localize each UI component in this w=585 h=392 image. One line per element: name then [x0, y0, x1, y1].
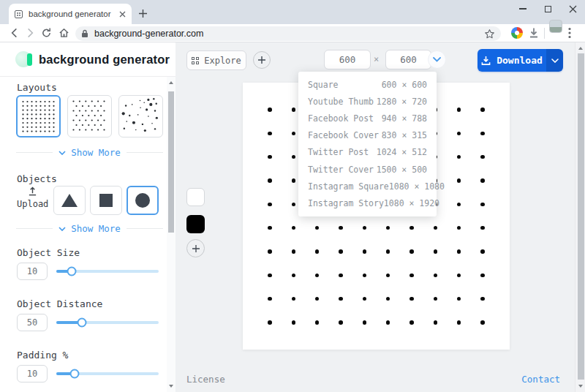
explore-label: Explore: [204, 56, 241, 66]
browser-titlebar: background generator: [0, 0, 585, 24]
profile-avatar[interactable]: [549, 20, 562, 33]
browser-menu-icon[interactable]: [568, 27, 571, 39]
license-link[interactable]: License: [186, 374, 225, 385]
pattern-dot: [434, 297, 438, 301]
scroll-up-icon[interactable]: [575, 44, 585, 53]
size-preset-menu: Square600 × 600Youtube Thumb1280 × 720Fa…: [298, 72, 437, 216]
object-distance-slider[interactable]: [56, 321, 159, 324]
scroll-up-icon[interactable]: [167, 78, 176, 87]
reload-icon[interactable]: [41, 28, 52, 39]
padding-label: Padding %: [17, 350, 68, 361]
pattern-dot: [410, 274, 414, 278]
layout-option-grid[interactable]: [16, 95, 61, 137]
pattern-dot: [315, 274, 320, 278]
minimize-button[interactable]: [510, 0, 535, 18]
pattern-dot: [480, 274, 485, 278]
browser-toolbar: background-generator.com: [0, 24, 585, 42]
pattern-dot: [292, 320, 296, 325]
pattern-dot: [386, 297, 390, 301]
size-separator: ×: [374, 54, 379, 64]
size-preset-item[interactable]: Instagram Story1080 × 1920: [298, 195, 437, 211]
pattern-dot: [457, 297, 461, 301]
swatch-white[interactable]: [186, 188, 205, 206]
padding-input[interactable]: [17, 365, 48, 382]
width-input[interactable]: [324, 50, 371, 69]
shape-option-circle[interactable]: [127, 186, 159, 215]
scroll-down-icon[interactable]: [575, 382, 585, 391]
tab-close-icon[interactable]: [119, 11, 126, 18]
extension-colorful-icon[interactable]: [511, 27, 523, 39]
upload-button[interactable]: Upload: [17, 186, 48, 209]
size-preset-chevron-button[interactable]: [428, 50, 446, 69]
shape-option-triangle[interactable]: [53, 186, 86, 215]
pattern-dot: [434, 274, 438, 278]
pattern-dot: [480, 249, 485, 254]
app-logo: background generator: [15, 50, 170, 68]
slider-handle[interactable]: [70, 369, 80, 378]
preset-label: Facebook Cover: [308, 130, 382, 140]
slider-handle[interactable]: [67, 266, 77, 276]
object-distance-input[interactable]: [17, 314, 48, 331]
size-preset-item[interactable]: Twitter Cover1500 × 500: [298, 161, 437, 178]
download-button[interactable]: Download: [478, 49, 563, 72]
preset-size: 830 × 315: [382, 130, 427, 140]
pattern-dot: [386, 274, 390, 278]
bookmark-star-icon[interactable]: [484, 29, 495, 39]
sidebar-scrollbar[interactable]: [167, 77, 176, 392]
page-scrollbar[interactable]: [575, 42, 585, 392]
contact-link[interactable]: Contact: [521, 374, 560, 385]
pattern-dot: [268, 178, 272, 183]
toolbar-divider: [544, 28, 545, 39]
address-bar[interactable]: background-generator.com: [75, 26, 501, 41]
size-preset-item[interactable]: Facebook Post940 × 788: [298, 110, 437, 127]
preset-size: 940 × 788: [382, 113, 427, 124]
pattern-dot: [268, 226, 272, 230]
close-button[interactable]: [560, 0, 585, 18]
height-input[interactable]: [385, 50, 431, 69]
scrollbar-thumb[interactable]: [578, 53, 584, 380]
pattern-dot: [457, 155, 461, 159]
padding-slider[interactable]: [56, 372, 159, 375]
browser-tab[interactable]: background generator: [9, 4, 132, 24]
pattern-dot: [386, 226, 390, 230]
slider-handle[interactable]: [78, 317, 87, 327]
pattern-dot: [268, 155, 272, 159]
add-button[interactable]: [253, 51, 271, 69]
preset-label: Instagram Square: [308, 181, 389, 192]
explore-button[interactable]: Explore: [186, 50, 246, 70]
pattern-dot: [292, 155, 296, 159]
download-options-chevron[interactable]: [546, 49, 563, 72]
scrollbar-thumb[interactable]: [168, 91, 174, 233]
scroll-down-icon[interactable]: [167, 382, 176, 391]
objects-show-more[interactable]: Show More: [16, 223, 163, 234]
forward-icon[interactable]: [25, 28, 36, 39]
size-preset-item[interactable]: Youtube Thumb1280 × 720: [298, 93, 437, 110]
layout-option-random[interactable]: [118, 95, 163, 137]
add-color-button[interactable]: [186, 239, 205, 257]
layouts-show-more[interactable]: Show More: [16, 147, 163, 158]
new-tab-button[interactable]: [136, 7, 149, 20]
size-preset-item[interactable]: Twitter Post1024 × 512: [298, 144, 437, 161]
pattern-dot: [268, 132, 272, 136]
swatch-black[interactable]: [186, 215, 205, 233]
maximize-button[interactable]: [535, 0, 560, 18]
back-icon[interactable]: [9, 28, 20, 39]
size-preset-item[interactable]: Facebook Cover830 × 315: [298, 127, 437, 144]
pattern-dot: [457, 203, 461, 207]
size-preset-item[interactable]: Instagram Square1080 × 1080: [298, 178, 437, 195]
pattern-dot: [268, 108, 272, 112]
pattern-dot: [292, 132, 296, 136]
download-main[interactable]: Download: [478, 49, 546, 72]
pattern-dot: [457, 178, 461, 183]
shape-option-square[interactable]: [90, 186, 122, 215]
chevron-down-icon: [58, 151, 66, 155]
size-preset-item[interactable]: Square600 × 600: [298, 76, 437, 93]
lock-icon: [81, 29, 88, 38]
object-size-input[interactable]: [17, 263, 48, 280]
home-icon[interactable]: [58, 28, 69, 39]
downloads-icon[interactable]: [529, 28, 539, 39]
pattern-dot: [434, 226, 438, 230]
layout-option-staggered[interactable]: [67, 95, 112, 137]
object-size-slider[interactable]: [56, 270, 159, 273]
pattern-dot: [457, 132, 461, 136]
